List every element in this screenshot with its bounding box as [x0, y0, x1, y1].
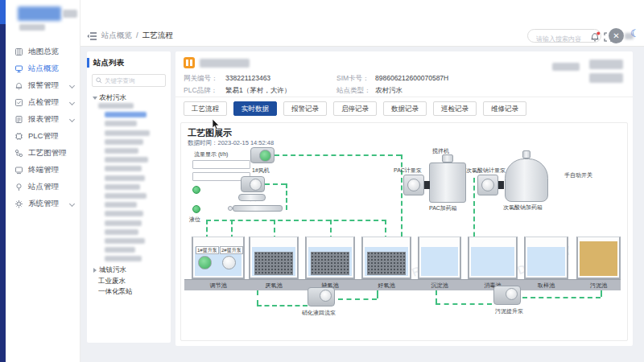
tree-station-row-blurred[interactable]	[105, 166, 142, 171]
lift-pump1-icon[interactable]	[198, 256, 212, 269]
sidebar-item-6[interactable]: 工艺图管理	[6, 145, 80, 161]
tree-station-row-blurred[interactable]	[105, 193, 147, 199]
field-label: 站点类型：	[336, 86, 371, 96]
tree-node-town-sewage[interactable]: 城镇污水	[93, 265, 126, 275]
sidebar-item-5[interactable]: PLC管理	[6, 128, 80, 144]
sidebar-item-4[interactable]: 报表管理	[6, 111, 80, 127]
tree-node-label[interactable]: 城镇污水	[99, 265, 126, 275]
tank-aerobic[interactable]	[361, 237, 411, 279]
tree-node-integrated-pump-station[interactable]: 一体化泵站	[98, 287, 133, 297]
dark-mode-moon-icon[interactable]: ☾	[630, 27, 640, 39]
tree-caret-icon[interactable]	[93, 268, 97, 273]
sidebar-item-icon	[14, 47, 23, 56]
field-label: 网关编号：	[184, 74, 218, 84]
manifold-tank	[238, 194, 266, 201]
tank-anoxic[interactable]	[305, 237, 355, 279]
tab-0[interactable]: 工艺流程	[184, 101, 227, 116]
pac-dosing-tank-icon[interactable]	[429, 162, 466, 203]
tree-station-row-blurred[interactable]	[105, 211, 143, 216]
sidebar-item-9[interactable]: 系统管理	[6, 195, 80, 212]
tank-anaerobic[interactable]	[249, 237, 299, 279]
tree-node-rural-sewage[interactable]: 农村污水	[93, 93, 126, 103]
sidebar-item-1[interactable]: 站点概览	[6, 60, 80, 76]
lift-pump2-icon[interactable]	[222, 256, 236, 269]
app-logo-text	[63, 10, 77, 18]
tree-station-row-blurred[interactable]	[105, 148, 138, 154]
tank-sedimentation[interactable]	[418, 237, 461, 279]
sidebar-item-7[interactable]: 终端管理	[6, 162, 80, 178]
sidebar-item-label: 系统管理	[28, 199, 59, 209]
tree-node-label[interactable]: 一体化泵站	[98, 287, 133, 297]
sidebar-item-8[interactable]: 站点管理	[6, 179, 80, 195]
sidebar-item-icon	[14, 166, 23, 175]
tank-sludge[interactable]	[576, 237, 621, 279]
tab-1[interactable]: 实时数据	[233, 101, 277, 116]
fan1-blower-icon[interactable]	[250, 147, 275, 163]
tree-station-row-blurred[interactable]	[105, 220, 142, 226]
tree-station-row-blurred[interactable]	[105, 175, 145, 181]
naclo-metering-pump-icon[interactable]	[477, 175, 498, 195]
fan2-blower-icon[interactable]	[241, 176, 265, 192]
app-logo	[18, 6, 61, 21]
tree-station-row-blurred[interactable]	[105, 229, 138, 235]
tree-station-row-blurred[interactable]	[98, 103, 134, 109]
main-panel: 网关编号： 338221123463 SIM卡号： 89860621260007…	[175, 51, 633, 346]
sidebar-item-2[interactable]: 报警管理	[6, 77, 80, 93]
tree-station-row-blurred[interactable]	[105, 139, 143, 145]
notification-bell-icon[interactable]	[590, 31, 601, 43]
tree-station-row-blurred[interactable]	[105, 184, 140, 190]
chevron-down-icon	[69, 83, 75, 88]
tab-6[interactable]: 维修记录	[483, 101, 526, 116]
sidebar-item-icon	[14, 98, 23, 107]
air-line	[286, 183, 287, 210]
pac-metering-pump-icon[interactable]	[403, 175, 424, 195]
naclo-dosing-tank-icon[interactable]	[505, 158, 548, 202]
data-time-label: 数据时间：	[188, 139, 218, 146]
field-label: SIM卡号：	[336, 74, 369, 84]
breadcrumb-section[interactable]: 站点概览	[101, 31, 132, 41]
tree-station-row-blurred[interactable]	[105, 202, 137, 208]
sidebar-item-0[interactable]: 地图总览	[6, 43, 80, 60]
tree-node-label[interactable]: 农村污水	[99, 93, 126, 103]
tree-station-row-blurred[interactable]	[105, 112, 147, 117]
station-list-panel: 站点列表 农村污水 城镇污水 工业废水 一体化泵站	[87, 51, 171, 343]
diffuser-grid	[254, 252, 293, 275]
tank-sampling[interactable]	[524, 237, 568, 279]
tab-5[interactable]: 巡检记录	[433, 101, 477, 116]
sludge-pump-icon[interactable]	[493, 286, 521, 305]
tree-station-row-blurred[interactable]	[105, 256, 142, 261]
tree-caret-icon[interactable]	[93, 97, 97, 100]
global-search-input[interactable]	[536, 33, 592, 45]
tank-regulation[interactable]: 1#提升泵 2#提升泵	[192, 237, 245, 279]
breadcrumb-current: 工艺流程	[142, 31, 173, 41]
lift-pump1-label: 1#提升泵	[196, 246, 219, 254]
return-pump-icon[interactable]	[308, 287, 335, 306]
tree-station-row-blurred[interactable]	[105, 121, 137, 126]
tree-station-row-blurred[interactable]	[105, 157, 148, 162]
tab-3[interactable]: 启停记录	[333, 101, 377, 116]
tab-2[interactable]: 报警记录	[283, 101, 327, 116]
station-search[interactable]	[92, 74, 166, 87]
process-diagram-canvas: CONTROL INDUSTRY 流量显示 (t/h) 液位 1#风机 2#风机	[183, 147, 625, 339]
tank-disinfection[interactable]	[468, 237, 518, 279]
tree-node-label[interactable]: 工业废水	[98, 277, 126, 286]
tree-station-row-blurred[interactable]	[105, 238, 145, 244]
return-line	[338, 298, 377, 300]
lift-pump2-label: 2#提升泵	[220, 246, 243, 254]
breadcrumb: 站点概览 / 工艺流程	[101, 31, 173, 41]
avatar[interactable]: ✕	[609, 28, 624, 43]
station-search-input[interactable]	[105, 77, 161, 84]
sludge-line	[436, 303, 492, 305]
tree-station-row-blurred[interactable]	[105, 130, 150, 136]
sidebar-item-3[interactable]: 点检管理	[6, 94, 80, 110]
return-pump-label: 硝化液回流泵	[302, 309, 336, 317]
naclo-pump-label: 次氯酸钠计量泵	[466, 167, 506, 175]
sidebar-item-icon	[14, 115, 23, 124]
sidebar-item-icon	[14, 200, 23, 208]
naclo-dosing-line	[473, 178, 475, 245]
sludge-line	[436, 290, 437, 303]
tree-node-industrial-wastewater[interactable]: 工业废水	[98, 277, 126, 286]
collapse-sidebar-icon[interactable]	[87, 31, 97, 41]
tree-station-row-blurred[interactable]	[105, 247, 135, 253]
tab-4[interactable]: 数据记录	[383, 101, 427, 116]
